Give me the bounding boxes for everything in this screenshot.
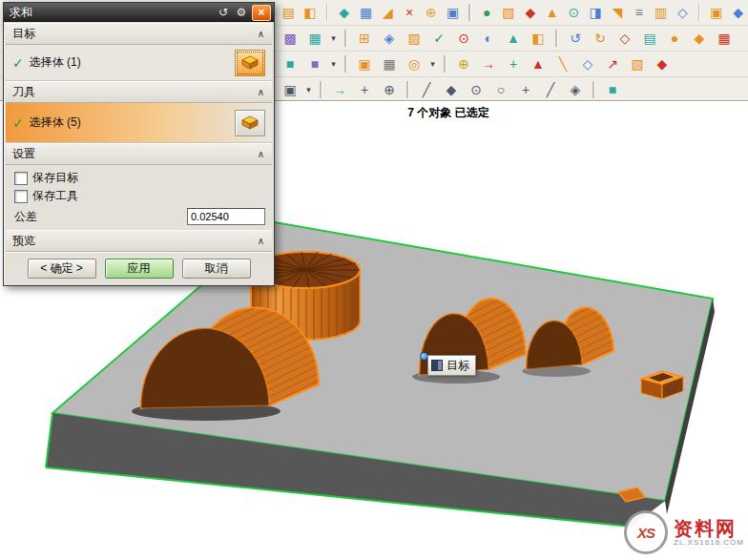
toolbar-icon[interactable]: ▣ bbox=[279, 78, 301, 101]
toolbar-icon[interactable]: ◆ bbox=[334, 1, 354, 24]
toolbar-icon[interactable]: ▤ bbox=[638, 27, 661, 50]
toolbar-icon[interactable]: ↺ bbox=[564, 27, 587, 50]
section-preview-label: 预览 bbox=[12, 233, 35, 249]
toolbar-icon[interactable]: ● bbox=[663, 27, 686, 50]
toolbar-icon[interactable]: ◎ bbox=[403, 52, 426, 75]
toolbar-icon[interactable]: ◆ bbox=[688, 27, 711, 50]
toolbar-icon[interactable]: ▦ bbox=[356, 1, 376, 24]
section-target-header[interactable]: 目标 ∧ bbox=[6, 23, 272, 45]
section-settings-label: 设置 bbox=[12, 146, 35, 162]
toolbar-icon[interactable]: ◇ bbox=[673, 1, 693, 24]
target-select-row[interactable]: ✓ 选择体 (1) bbox=[6, 45, 272, 81]
toolbar-icon[interactable]: ▣ bbox=[443, 1, 463, 24]
toolbar-icon[interactable]: ◧ bbox=[527, 27, 550, 50]
toolbar-icon[interactable]: ╱ bbox=[539, 78, 562, 101]
toolbar-icon[interactable]: ▦ bbox=[713, 27, 736, 50]
toolbar-icon[interactable]: ⊙ bbox=[465, 78, 488, 101]
toolbar-icon[interactable]: ⊞ bbox=[353, 27, 376, 50]
toolbar-icon[interactable]: ■ bbox=[601, 78, 624, 101]
watermark: XS 资料网 ZL.XS1616.COM bbox=[624, 510, 744, 554]
toolbar-icon[interactable]: → bbox=[328, 78, 351, 101]
toolbar-icon[interactable]: ╲ bbox=[551, 52, 574, 75]
toolbar-icon[interactable]: ▧ bbox=[499, 1, 519, 24]
toolbar-icon[interactable]: ◇ bbox=[613, 27, 636, 50]
toolbar-icon[interactable]: + bbox=[514, 78, 537, 101]
toolbar-icon[interactable]: ◇ bbox=[576, 52, 599, 75]
toolbar-icon[interactable]: ◆ bbox=[520, 1, 540, 24]
target-select-body-button[interactable] bbox=[235, 50, 265, 76]
toolbar-icon[interactable]: ▧ bbox=[626, 52, 649, 75]
toolbar-icon[interactable]: ⊕ bbox=[421, 1, 441, 24]
target-select-label: 选择体 (1) bbox=[30, 54, 229, 71]
toolbar-icon[interactable]: ◨ bbox=[586, 1, 606, 24]
toolbar-icon[interactable]: ▣ bbox=[353, 52, 376, 75]
toolbar-icon[interactable]: ○ bbox=[489, 78, 512, 101]
toolbar-icon[interactable]: ↻ bbox=[589, 27, 612, 50]
section-preview-header[interactable]: 预览 ∧ bbox=[6, 230, 272, 252]
target-tooltip: 目标 bbox=[427, 355, 476, 376]
dialog-titlebar[interactable]: 求和 ↺ ⚙ × bbox=[4, 3, 274, 22]
apply-button[interactable]: 应用 bbox=[105, 259, 174, 279]
toolbar-icon[interactable]: ↗ bbox=[601, 52, 624, 75]
toolbar-icon[interactable]: ◆ bbox=[440, 78, 463, 101]
gear-icon[interactable]: ⚙ bbox=[234, 6, 249, 20]
toolbar-icon[interactable]: ▲ bbox=[502, 27, 525, 50]
toolbar-icon[interactable]: ▦ bbox=[303, 27, 326, 50]
toolbar-icon[interactable]: ▥ bbox=[651, 1, 671, 24]
dropdown-arrow-icon[interactable]: ▾ bbox=[303, 85, 314, 94]
section-settings-header[interactable]: 设置 ∧ bbox=[6, 143, 272, 165]
toolbar-icon[interactable]: ⊕ bbox=[452, 52, 475, 75]
toolbar-icon[interactable]: → bbox=[477, 52, 500, 75]
toolbar-icon[interactable]: ▦ bbox=[378, 52, 401, 75]
close-icon[interactable]: × bbox=[252, 5, 271, 21]
toolbar-icon[interactable]: ◧ bbox=[301, 1, 321, 24]
dropdown-arrow-icon[interactable]: ▾ bbox=[427, 59, 438, 69]
toolbar-icon[interactable]: ◆ bbox=[651, 52, 674, 75]
toolbar-icon[interactable]: ◢ bbox=[378, 1, 398, 24]
dropdown-arrow-icon[interactable]: ▾ bbox=[328, 59, 339, 69]
toolbar-icon[interactable]: × bbox=[400, 1, 420, 24]
save-tool-row[interactable]: 保存工具 bbox=[6, 187, 272, 205]
toolbar-icon[interactable]: ◆ bbox=[728, 1, 748, 24]
toolbar-icon[interactable]: ▲ bbox=[527, 52, 550, 75]
toolbar-icon[interactable]: ● bbox=[477, 1, 497, 24]
dropdown-arrow-icon[interactable]: ▾ bbox=[328, 33, 339, 43]
tolerance-input[interactable] bbox=[187, 208, 265, 225]
toolbar-icon[interactable]: ✓ bbox=[427, 27, 450, 50]
cancel-button[interactable]: 取消 bbox=[182, 259, 251, 279]
toolbar-icon[interactable]: ■ bbox=[279, 52, 301, 75]
chevron-up-icon: ∧ bbox=[258, 149, 264, 159]
reset-icon[interactable]: ↺ bbox=[216, 6, 231, 20]
toolbar-icon[interactable]: ▤ bbox=[279, 1, 299, 24]
toolbar-icon[interactable]: ▩ bbox=[279, 27, 301, 50]
toolbar-icon[interactable]: ◐ bbox=[477, 27, 500, 50]
toolbar-icon[interactable]: ◥ bbox=[608, 1, 628, 24]
watermark-brand: 资料网 bbox=[674, 518, 744, 539]
toolbar-icon[interactable]: ◈ bbox=[564, 78, 587, 101]
tool-select-body-button[interactable] bbox=[235, 110, 265, 136]
toolbar-divider bbox=[444, 55, 447, 73]
toolbar-icon[interactable]: ⊕ bbox=[378, 78, 401, 101]
dialog-button-row: < 确定 > 应用 取消 bbox=[6, 252, 272, 283]
toolbar-icon[interactable]: + bbox=[353, 78, 376, 101]
save-target-row[interactable]: 保存目标 bbox=[6, 169, 272, 187]
toolbar-icon[interactable]: ≡ bbox=[629, 1, 649, 24]
toolbar-divider bbox=[326, 4, 329, 21]
toolbar-icon[interactable]: ╱ bbox=[415, 78, 438, 101]
toolbar-icon[interactable]: + bbox=[502, 52, 525, 75]
toolbar-icon[interactable]: ⊙ bbox=[452, 27, 475, 50]
save-target-checkbox[interactable] bbox=[14, 172, 28, 185]
chevron-up-icon: ∧ bbox=[258, 87, 264, 97]
save-target-label: 保存目标 bbox=[32, 170, 78, 186]
toolbar-icon[interactable]: ▣ bbox=[706, 1, 726, 24]
toolbar-icon[interactable]: ◈ bbox=[378, 27, 401, 50]
save-tool-checkbox[interactable] bbox=[14, 190, 28, 203]
section-tool-header[interactable]: 刀具 ∧ bbox=[6, 81, 272, 103]
tool-select-row[interactable]: ✓ 选择体 (5) bbox=[6, 103, 272, 143]
toolbar-icon[interactable]: ■ bbox=[303, 52, 326, 75]
toolbar-icon[interactable]: ▲ bbox=[542, 1, 562, 24]
toolbar-icon[interactable]: ⊙ bbox=[564, 1, 584, 24]
ok-button[interactable]: < 确定 > bbox=[28, 259, 96, 279]
toolbar-icon[interactable]: ▨ bbox=[403, 27, 426, 50]
toolbar-divider bbox=[344, 55, 347, 73]
